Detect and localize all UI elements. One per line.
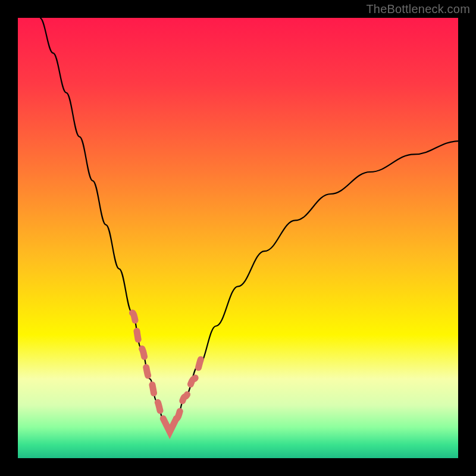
watermark-text: TheBottleneck.com [366,2,470,16]
right-curve [168,141,458,431]
curves-layer [18,18,458,458]
chart-frame [18,18,458,458]
dashed-left-segment [132,313,163,419]
dashed-bottom-segment [163,418,176,431]
